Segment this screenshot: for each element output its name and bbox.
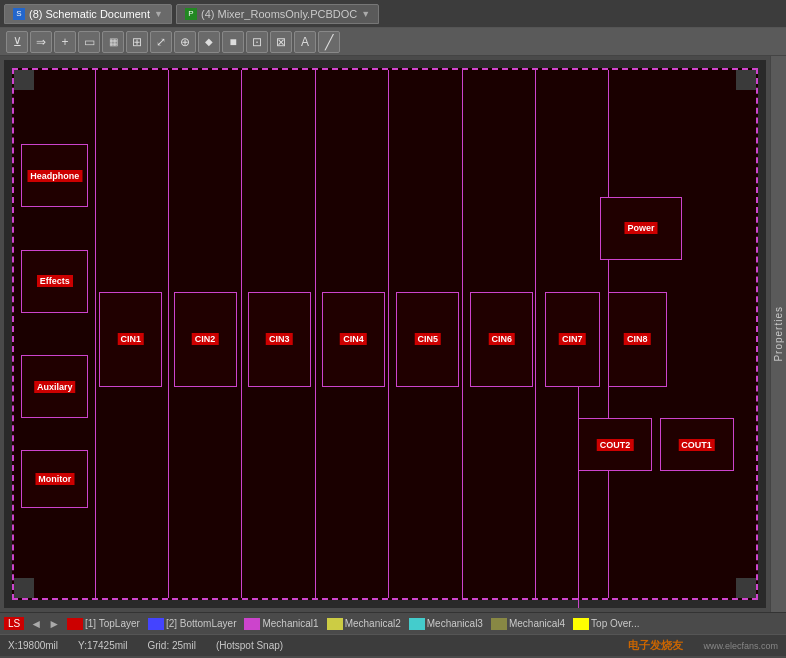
- power-label: Power: [624, 222, 657, 234]
- cin5-label: CIN5: [414, 333, 441, 345]
- layer-mechanical1[interactable]: Mechanical1: [241, 618, 321, 630]
- room-power[interactable]: Power: [600, 197, 682, 260]
- schematic-tab-dropdown[interactable]: ▼: [154, 9, 163, 19]
- hotspot-info: (Hotspot Snap): [216, 640, 283, 651]
- auxilary-label: Auxilary: [34, 381, 76, 393]
- layer-mechanical4[interactable]: Mechanical4: [488, 618, 568, 630]
- properties-panel[interactable]: Properties: [770, 56, 786, 612]
- pcb-tab-dropdown[interactable]: ▼: [361, 9, 370, 19]
- dimensions-tool[interactable]: ⊠: [270, 31, 292, 53]
- mechanical4-label: Mechanical4: [509, 618, 565, 629]
- room-cin5[interactable]: CIN5: [396, 292, 459, 387]
- add-component-tool[interactable]: +: [54, 31, 76, 53]
- cout1-label: COUT1: [678, 439, 715, 451]
- cin4-label: CIN4: [340, 333, 367, 345]
- effects-label: Effects: [37, 275, 73, 287]
- headphone-label: Headphone: [27, 170, 82, 182]
- cout2-label: COUT2: [597, 439, 634, 451]
- mechanical1-color: [244, 618, 260, 630]
- pcb-canvas[interactable]: Headphone Effects Auxilary Monitor CIN1 …: [4, 60, 766, 608]
- room-cout2[interactable]: COUT2: [578, 418, 652, 471]
- logo-main: 电子发烧友: [628, 638, 683, 653]
- room-cin3[interactable]: CIN3: [248, 292, 311, 387]
- layer-mechanical3[interactable]: Mechanical3: [406, 618, 486, 630]
- room-cout1[interactable]: COUT1: [660, 418, 734, 471]
- layer-toplayer[interactable]: [1] TopLayer: [64, 618, 143, 630]
- top-overlay-label: Top Over...: [591, 618, 639, 629]
- toolbar: ⊻ ⇒ + ▭ ▦ ⊞ ⤢ ⊕ ◆ ■ ⊡ ⊠ A ╱: [0, 28, 786, 56]
- room-cin2[interactable]: CIN2: [174, 292, 237, 387]
- room-cin1[interactable]: CIN1: [99, 292, 162, 387]
- schematic-tab-label: (8) Schematic Document: [29, 8, 150, 20]
- cin2-label: CIN2: [192, 333, 219, 345]
- status-bar: X:19800mil Y:17425mil Grid: 25mil (Hotsp…: [0, 634, 786, 656]
- line-tool[interactable]: ╱: [318, 31, 340, 53]
- room-cin4[interactable]: CIN4: [322, 292, 385, 387]
- pcb-tab[interactable]: P (4) Mixer_RoomsOnly.PCBDOC ▼: [176, 4, 379, 24]
- mechanical4-color: [491, 618, 507, 630]
- toplayer-label: [1] TopLayer: [85, 618, 140, 629]
- fill-tool[interactable]: ■: [222, 31, 244, 53]
- bottomlayer-label: [2] BottomLayer: [166, 618, 237, 629]
- ls-indicator: LS: [4, 617, 24, 630]
- mechanical1-label: Mechanical1: [262, 618, 318, 629]
- layer-prev[interactable]: ◄: [28, 617, 44, 631]
- layer-tabs: LS ◄ ► [1] TopLayer [2] BottomLayer Mech…: [0, 612, 786, 634]
- room-auxilary[interactable]: Auxilary: [21, 355, 88, 418]
- mechanical2-label: Mechanical2: [345, 618, 401, 629]
- top-overlay-color: [573, 618, 589, 630]
- main-area: Headphone Effects Auxilary Monitor CIN1 …: [0, 56, 786, 612]
- grid-info: Grid: 25mil: [148, 640, 196, 651]
- pcb-board: Headphone Effects Auxilary Monitor CIN1 …: [12, 68, 758, 600]
- title-bar: S (8) Schematic Document ▼ P (4) Mixer_R…: [0, 0, 786, 28]
- properties-label: Properties: [773, 306, 784, 362]
- rectangle-tool[interactable]: ▭: [78, 31, 100, 53]
- cin8-label: CIN8: [624, 333, 651, 345]
- mechanical3-color: [409, 618, 425, 630]
- mechanical3-label: Mechanical3: [427, 618, 483, 629]
- pcb-icon: P: [185, 8, 197, 20]
- mechanical2-color: [327, 618, 343, 630]
- layer-next[interactable]: ►: [46, 617, 62, 631]
- room-monitor[interactable]: Monitor: [21, 450, 88, 508]
- cin6-label: CIN6: [489, 333, 516, 345]
- pcb-tab-label: (4) Mixer_RoomsOnly.PCBDOC: [201, 8, 357, 20]
- layer-bottomlayer[interactable]: [2] BottomLayer: [145, 618, 240, 630]
- net-label-tool[interactable]: ⊕: [174, 31, 196, 53]
- schematic-tab[interactable]: S (8) Schematic Document ▼: [4, 4, 172, 24]
- room-effects[interactable]: Effects: [21, 250, 88, 313]
- layer-mechanical2[interactable]: Mechanical2: [324, 618, 404, 630]
- cin3-label: CIN3: [266, 333, 293, 345]
- wire-tool[interactable]: ⤢: [150, 31, 172, 53]
- component-tool[interactable]: ⊞: [126, 31, 148, 53]
- room-cin6[interactable]: CIN6: [470, 292, 533, 387]
- board-outline-tool[interactable]: ⊡: [246, 31, 268, 53]
- x-coord: X:19800mil: [8, 640, 58, 651]
- monitor-label: Monitor: [35, 473, 74, 485]
- key-tool[interactable]: ◆: [198, 31, 220, 53]
- layer-top-overlay[interactable]: Top Over...: [570, 618, 642, 630]
- room-cin7[interactable]: CIN7: [545, 292, 601, 387]
- net-inspector-tool[interactable]: ⇒: [30, 31, 52, 53]
- room-cin8[interactable]: CIN8: [608, 292, 667, 387]
- cin7-label: CIN7: [559, 333, 586, 345]
- logo-sub: www.elecfans.com: [703, 641, 778, 651]
- text-tool[interactable]: A: [294, 31, 316, 53]
- room-headphone[interactable]: Headphone: [21, 144, 88, 207]
- filter-tool[interactable]: ⊻: [6, 31, 28, 53]
- bottomlayer-color: [148, 618, 164, 630]
- schematic-icon: S: [13, 8, 25, 20]
- toplayer-color: [67, 618, 83, 630]
- cin1-label: CIN1: [118, 333, 145, 345]
- y-coord: Y:17425mil: [78, 640, 127, 651]
- chart-tool[interactable]: ▦: [102, 31, 124, 53]
